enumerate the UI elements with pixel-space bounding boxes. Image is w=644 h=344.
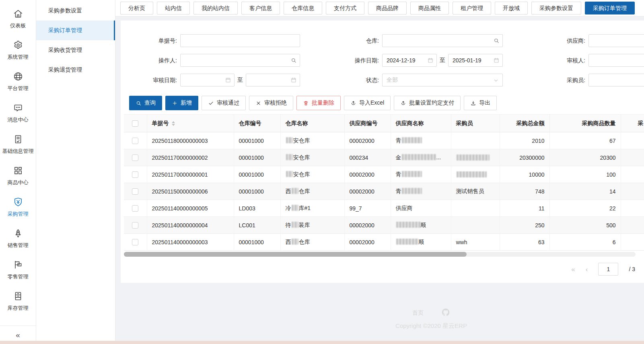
tab-商品品牌[interactable]: 商品品牌 bbox=[368, 2, 407, 14]
审核拒绝-button[interactable]: 审核拒绝 bbox=[249, 96, 293, 110]
row-checkbox[interactable] bbox=[132, 205, 138, 212]
导入Excel-button[interactable]: 导入Excel bbox=[344, 96, 391, 110]
operate-date-to-input[interactable] bbox=[448, 54, 503, 67]
row-checkbox[interactable] bbox=[132, 188, 138, 195]
tab-站内信[interactable]: 站内信 bbox=[157, 2, 190, 14]
first-page-button[interactable]: « bbox=[571, 266, 575, 273]
redacted-text bbox=[457, 154, 490, 161]
sidebar-item-平台管理[interactable]: 平台管理 bbox=[0, 66, 36, 97]
sidebar-item-label: 系统管理 bbox=[8, 54, 29, 61]
column-header-单据号[interactable]: 单据号 bbox=[147, 115, 234, 132]
tab-开放域[interactable]: 开放域 bbox=[495, 2, 528, 14]
row-checkbox[interactable] bbox=[132, 138, 138, 144]
新增-button[interactable]: 新增 bbox=[165, 96, 198, 110]
main-area: 分析页站内信我的站内信客户信息仓库信息支付方式商品品牌商品属性租户管理开放域采购… bbox=[115, 0, 644, 344]
tab-支付方式[interactable]: 支付方式 bbox=[326, 2, 364, 14]
column-header-供应商名称: 供应商名称 bbox=[391, 115, 451, 132]
search-form: 单据号: 仓库: 供应商: 操作人: bbox=[121, 21, 644, 96]
查询-button[interactable]: 查询 bbox=[129, 96, 162, 110]
select-all-checkbox[interactable] bbox=[132, 120, 138, 127]
sidebar-item-销售管理[interactable]: 销售管理 bbox=[0, 223, 36, 254]
row-checkbox[interactable] bbox=[132, 222, 138, 229]
cell-extra bbox=[621, 200, 644, 217]
column-header-采: 采 bbox=[621, 115, 644, 132]
cell-wh_code: LC001 bbox=[234, 217, 280, 234]
table-row[interactable]: 20250117000000000100001000安仓库00002000青10… bbox=[124, 166, 644, 183]
sidebar-item-采购管理[interactable]: 采购管理 bbox=[0, 192, 36, 223]
audit-date-to-input[interactable] bbox=[246, 74, 300, 87]
purchaser-input[interactable] bbox=[588, 74, 644, 87]
批量设置约定支付-button[interactable]: 批量设置约定支付 bbox=[394, 96, 461, 110]
cell-buyer: wwh bbox=[451, 234, 500, 251]
tab-采购参数设置[interactable]: 采购参数设置 bbox=[531, 2, 581, 14]
date-range-separator: 至 bbox=[237, 76, 243, 84]
cell-amount: 250 bbox=[500, 217, 549, 234]
upload-icon bbox=[400, 100, 406, 106]
warehouse-input[interactable] bbox=[382, 34, 503, 47]
tab-我的站内信[interactable]: 我的站内信 bbox=[193, 2, 238, 14]
tab-分析页[interactable]: 分析页 bbox=[120, 2, 153, 14]
table-row[interactable]: 20250117000000000200001000安仓库000234金...2… bbox=[124, 149, 644, 166]
home-link[interactable]: 首页 bbox=[412, 309, 424, 317]
cell-extra bbox=[621, 183, 644, 200]
table-row[interactable]: 20250115000000000600001000西仓库00002000青测试… bbox=[124, 183, 644, 200]
cell-sup_name: 顺 bbox=[391, 217, 451, 234]
current-page-input[interactable]: 1 bbox=[598, 263, 618, 276]
document-no-input[interactable] bbox=[180, 34, 300, 47]
auditor-input[interactable] bbox=[588, 54, 644, 67]
sort-icon[interactable] bbox=[172, 121, 175, 126]
row-checkbox[interactable] bbox=[132, 239, 138, 245]
cell-extra bbox=[621, 217, 644, 234]
operate-date-from-input[interactable] bbox=[382, 54, 437, 67]
submenu-item-采购参数设置[interactable]: 采购参数设置 bbox=[36, 1, 115, 21]
upload-icon bbox=[350, 100, 356, 106]
operator-input[interactable] bbox=[180, 54, 300, 67]
prev-page-button[interactable]: ‹ bbox=[586, 266, 588, 273]
github-icon[interactable] bbox=[441, 308, 450, 318]
search-icon bbox=[136, 100, 142, 106]
sidebar-item-基础信息管理[interactable]: 基础信息管理 bbox=[0, 129, 36, 160]
tab-商品属性[interactable]: 商品属性 bbox=[410, 2, 449, 14]
table-row[interactable]: 20250118000000000300001000安仓库00002000青20… bbox=[124, 132, 644, 149]
cell-doc_no: 202501140000000004 bbox=[147, 217, 234, 234]
submenu-item-采购退货管理[interactable]: 采购退货管理 bbox=[36, 60, 115, 80]
audit-date-range: 至 bbox=[180, 74, 300, 87]
cell-extra bbox=[621, 132, 644, 149]
sidebar-item-消息中心[interactable]: 消息中心 bbox=[0, 97, 36, 129]
table-row[interactable]: 202501140000000005LD003冷库#199_7供应商1122 bbox=[124, 200, 644, 217]
cell-wh_name: 冷库#1 bbox=[280, 200, 344, 217]
tab-采购订单管理[interactable]: 采购订单管理 bbox=[585, 2, 635, 14]
cell-wh_code: 00001000 bbox=[234, 183, 280, 200]
audit-date-from-input[interactable] bbox=[180, 74, 235, 87]
cell-wh_name: 西仓库 bbox=[280, 183, 344, 200]
批量删除-button[interactable]: 批量删除 bbox=[296, 96, 341, 110]
sidebar-item-商品中心[interactable]: 商品中心 bbox=[0, 160, 36, 192]
sidebar-item-零售管理[interactable]: 零售管理 bbox=[0, 254, 36, 286]
scrollbar-thumb[interactable] bbox=[124, 252, 467, 257]
cell-amount: 748 bbox=[500, 183, 549, 200]
page-footer: 首页 Copyright ©2020 星云ERP bbox=[167, 308, 644, 330]
row-checkbox[interactable] bbox=[132, 171, 138, 178]
tab-仓库信息[interactable]: 仓库信息 bbox=[284, 2, 322, 14]
审核通过-button[interactable]: 审核通过 bbox=[202, 96, 246, 110]
sidebar-item-系统管理[interactable]: 系统管理 bbox=[0, 35, 36, 66]
导出-button[interactable]: 导出 bbox=[464, 96, 497, 110]
cell-qty: 100 bbox=[549, 166, 621, 183]
sidebar-item-仪表板[interactable]: 仪表板 bbox=[0, 3, 36, 35]
submenu-item-采购订单管理[interactable]: 采购订单管理 bbox=[36, 21, 115, 40]
supplier-input[interactable] bbox=[588, 34, 644, 47]
row-checkbox[interactable] bbox=[132, 154, 138, 161]
column-header-仓库编号: 仓库编号 bbox=[234, 115, 280, 132]
sidebar-item-库存管理[interactable]: 库存管理 bbox=[0, 286, 36, 317]
status-select[interactable]: 全部 bbox=[382, 74, 503, 87]
tab-租户管理[interactable]: 租户管理 bbox=[453, 2, 491, 14]
table-row[interactable]: 20250114000000000300001000西仓库00002000顺ww… bbox=[124, 234, 644, 251]
document-no-field bbox=[180, 34, 300, 47]
horizontal-scrollbar[interactable] bbox=[124, 252, 636, 257]
cell-doc_no: 202501170000000001 bbox=[147, 166, 234, 183]
table-row[interactable]: 202501140000000004LC001待装库00002000顺25050… bbox=[124, 217, 644, 234]
tab-客户信息[interactable]: 客户信息 bbox=[241, 2, 280, 14]
submenu-item-采购收货管理[interactable]: 采购收货管理 bbox=[36, 40, 115, 60]
cell-qty: 22 bbox=[549, 200, 621, 217]
redacted-text bbox=[396, 222, 420, 228]
